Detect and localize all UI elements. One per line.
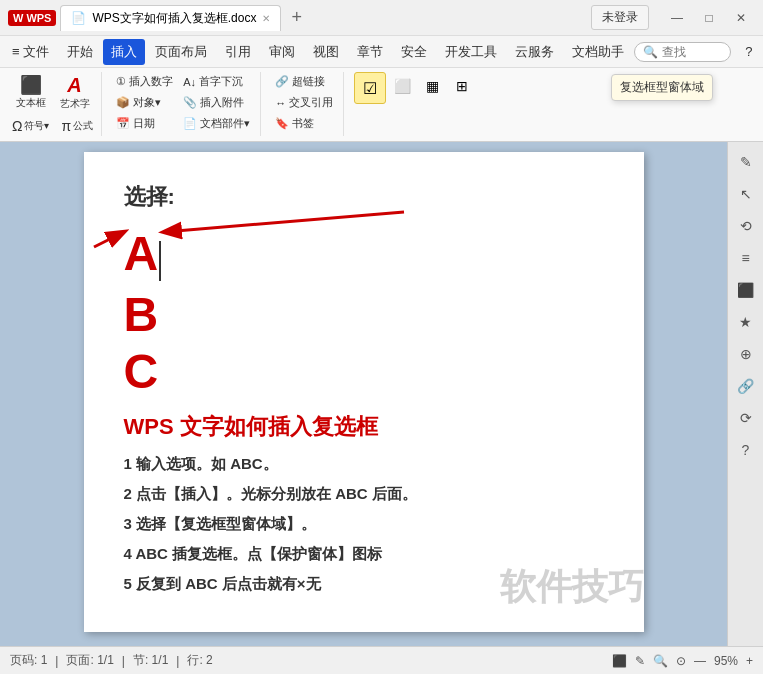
- menu-cloud[interactable]: 云服务: [507, 39, 562, 65]
- menu-reference[interactable]: 引用: [217, 39, 259, 65]
- side-btn-menu[interactable]: ≡: [732, 244, 760, 272]
- help-btn[interactable]: ?: [737, 40, 760, 63]
- ribbon-btn-bookmark[interactable]: 🔖 书签: [271, 114, 318, 133]
- hyperlink-icon: 🔗: [275, 75, 289, 88]
- doc-instruction-3: 3 选择【复选框型窗体域】。: [124, 512, 604, 536]
- wps-logo: W WPS: [8, 10, 56, 26]
- zoom-plus[interactable]: +: [746, 654, 753, 668]
- ribbon-btn-insertnumber[interactable]: ① 插入数字: [112, 72, 177, 91]
- doc-letter-b: B: [124, 289, 604, 342]
- close-button[interactable]: ✕: [727, 4, 755, 32]
- doc-letter-a: A: [124, 228, 162, 281]
- ribbon-btn-hyperlink[interactable]: 🔗 超链接: [271, 72, 329, 91]
- side-btn-link[interactable]: 🔗: [732, 372, 760, 400]
- search-box[interactable]: 🔍: [634, 42, 731, 62]
- ribbon-group-links: 🔗 超链接 ↔ 交叉引用 🔖 书签: [265, 72, 344, 136]
- status-icon-view[interactable]: ⊙: [676, 654, 686, 668]
- ribbon-group-formfields: ☑ ⬜ ▦ ⊞: [348, 72, 482, 136]
- status-icon-edit[interactable]: ✎: [635, 654, 645, 668]
- ribbon-btn-crossref[interactable]: ↔ 交叉引用: [271, 93, 337, 112]
- ribbon-btn-artword[interactable]: A 艺术字: [55, 72, 95, 114]
- menu-docassist[interactable]: 文档助手: [564, 39, 632, 65]
- ribbon-btn-symbol[interactable]: Ω 符号▾: [8, 116, 53, 136]
- menu-devtools[interactable]: 开发工具: [437, 39, 505, 65]
- ribbon-btn-date[interactable]: 📅 日期: [112, 114, 177, 133]
- menu-security[interactable]: 安全: [393, 39, 435, 65]
- insert-small-btns2: A↓ 首字下沉 📎 插入附件 📄 文档部件▾: [179, 72, 254, 133]
- menu-insert[interactable]: 插入: [103, 39, 145, 65]
- tab-add-btn[interactable]: +: [285, 7, 308, 28]
- ribbon-btn-field4[interactable]: ⊞: [448, 72, 476, 100]
- status-right: ⬛ ✎ 🔍 ⊙ — 95% +: [612, 654, 753, 668]
- document-container: 选择: A B C WPS 文字如何插入复选框 1 输入选项。如 ABC。 2 …: [0, 142, 763, 646]
- title-bar: W WPS 📄 WPS文字如何插入复选框.docx ✕ + 未登录 — □ ✕: [0, 0, 763, 36]
- ribbon-btn-checkbox-field[interactable]: ☑: [354, 72, 386, 104]
- formula-icon: π: [61, 118, 71, 134]
- ribbon-btn-docpart[interactable]: 📄 文档部件▾: [179, 114, 254, 133]
- ribbon-formfield-icons: ☑ ⬜ ▦ ⊞: [354, 72, 476, 104]
- menu-home[interactable]: 开始: [59, 39, 101, 65]
- text-cursor: [159, 241, 161, 281]
- status-bar: 页码: 1 | 页面: 1/1 | 节: 1/1 | 行: 2 ⬛ ✎ 🔍 ⊙ …: [0, 646, 763, 674]
- field4-icon: ⊞: [456, 78, 468, 94]
- ribbon-btn-attachment[interactable]: 📎 插入附件: [179, 93, 254, 112]
- side-btn-cursor[interactable]: ↖: [732, 180, 760, 208]
- side-btn-box[interactable]: ⬛: [732, 276, 760, 304]
- status-separator2: |: [122, 654, 125, 668]
- ribbon-group-textbox-items: ⬛ 文本框 A 艺术字: [11, 72, 95, 114]
- doc-instruction-4: 4 ABC 插复选框。点【保护窗体】图标: [124, 542, 604, 566]
- menu-view[interactable]: 视图: [305, 39, 347, 65]
- ribbon-btn-field3[interactable]: ▦: [418, 72, 446, 100]
- status-row: 行: 2: [187, 652, 212, 669]
- ribbon-links-items: 🔗 超链接 ↔ 交叉引用 🔖 书签: [271, 72, 337, 134]
- side-btn-rotate[interactable]: ⟲: [732, 212, 760, 240]
- wps-logo-text: WPS: [26, 12, 51, 24]
- ribbon-group-insert: ① 插入数字 📦 对象▾ 📅 日期 A↓ 首字下沉 📎: [106, 72, 261, 136]
- ribbon-btn-textbox[interactable]: ⬛ 文本框: [11, 73, 51, 113]
- textbox-icon: ⬛: [20, 76, 42, 94]
- maximize-button[interactable]: □: [695, 4, 723, 32]
- tab-close-btn[interactable]: ✕: [262, 13, 270, 24]
- menu-chapter[interactable]: 章节: [349, 39, 391, 65]
- ribbon-btn-field2[interactable]: ⬜: [388, 72, 416, 100]
- side-btn-help[interactable]: ?: [732, 436, 760, 464]
- ribbon-btn-object[interactable]: 📦 对象▾: [112, 93, 177, 112]
- menu-layout[interactable]: 页面布局: [147, 39, 215, 65]
- tab-name: WPS文字如何插入复选框.docx: [92, 10, 256, 27]
- ribbon-btn-formula[interactable]: π 公式: [57, 116, 97, 136]
- doc-letter-c: C: [124, 346, 604, 399]
- checkbox-field-icon: ☑: [363, 79, 377, 98]
- menu-review[interactable]: 审阅: [261, 39, 303, 65]
- symbol-icon: Ω: [12, 118, 22, 134]
- login-button[interactable]: 未登录: [591, 5, 649, 30]
- ribbon-btn-dropcap[interactable]: A↓ 首字下沉: [179, 72, 254, 91]
- side-btn-pen[interactable]: ✎: [732, 148, 760, 176]
- doc-instruction-2: 2 点击【插入】。光标分别放在 ABC 后面。: [124, 482, 604, 506]
- dropcap-icon: A↓: [183, 76, 196, 88]
- ribbon-insert-items: ① 插入数字 📦 对象▾ 📅 日期 A↓ 首字下沉 📎: [112, 72, 254, 134]
- menu-file[interactable]: ≡ 文件: [4, 39, 57, 65]
- artword-icon: A: [67, 75, 81, 95]
- side-btn-star[interactable]: ★: [732, 308, 760, 336]
- search-icon: 🔍: [643, 45, 658, 59]
- wps-logo-icon: W: [13, 12, 23, 24]
- status-section: 节: 1/1: [133, 652, 168, 669]
- doc-instruction-1: 1 输入选项。如 ABC。: [124, 452, 604, 476]
- side-btn-share[interactable]: ⊕: [732, 340, 760, 368]
- minimize-button[interactable]: —: [663, 4, 691, 32]
- docpart-icon: 📄: [183, 117, 197, 130]
- side-btn-refresh[interactable]: ⟳: [732, 404, 760, 432]
- status-separator3: |: [176, 654, 179, 668]
- insert-small-btns: ① 插入数字 📦 对象▾ 📅 日期: [112, 72, 177, 133]
- status-icon-box[interactable]: ⬛: [612, 654, 627, 668]
- object-icon: 📦: [116, 96, 130, 109]
- search-input[interactable]: [662, 45, 722, 59]
- status-icon-search[interactable]: 🔍: [653, 654, 668, 668]
- zoom-minus[interactable]: —: [694, 654, 706, 668]
- attachment-icon: 📎: [183, 96, 197, 109]
- svg-line-2: [94, 232, 124, 247]
- window-controls: — □ ✕: [663, 4, 755, 32]
- doc-title: WPS 文字如何插入复选框: [124, 412, 604, 442]
- svg-line-3: [164, 212, 404, 232]
- document-tab[interactable]: 📄 WPS文字如何插入复选框.docx ✕: [60, 5, 281, 31]
